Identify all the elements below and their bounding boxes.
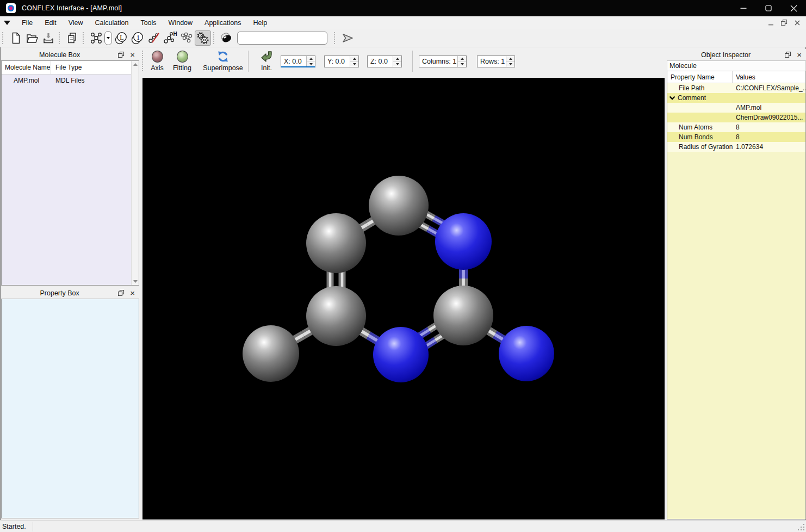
build-molecule-dropdown[interactable] [104, 31, 112, 45]
column-values[interactable]: Values [733, 71, 805, 83]
open-file-icon [26, 32, 39, 45]
rows-spinbox[interactable]: Rows: 1 [477, 55, 515, 67]
inspector-row-comment[interactable]: Comment [667, 93, 805, 103]
close-button[interactable] [781, 0, 806, 16]
clean-structure-button[interactable] [219, 30, 235, 46]
edit-molecule-icon [147, 31, 161, 45]
columns-spin-up[interactable] [458, 56, 466, 62]
svg-text:L: L [120, 34, 123, 41]
y-spinbox[interactable]: Y: 0.0 [324, 55, 359, 67]
molecule-row[interactable]: AMP.mol MDL Files [2, 75, 139, 86]
menu-calculation[interactable]: Calculation [89, 16, 135, 29]
property-box-titlebar[interactable]: Property Box × [1, 287, 139, 299]
init-button[interactable]: Init. [253, 50, 280, 72]
mdi-restore-button[interactable] [780, 18, 789, 27]
menu-help[interactable]: Help [247, 16, 273, 29]
object-inspector-titlebar[interactable]: Object Inspector × [667, 49, 806, 60]
scroll-down-icon[interactable] [133, 280, 138, 283]
toolbar-handle[interactable] [213, 32, 215, 44]
z-spinbox[interactable]: Z: 0.0 [367, 55, 402, 67]
menu-view[interactable]: View [63, 16, 89, 29]
atom-n[interactable] [435, 213, 492, 270]
maximize-button[interactable] [756, 0, 781, 16]
columns-spinbox[interactable]: Columns: 1 [419, 55, 467, 67]
columns-spin-down[interactable] [458, 62, 466, 67]
toolbar-handle[interactable] [2, 32, 4, 44]
fitting-button[interactable]: Fitting [166, 50, 198, 72]
toolbar-handle[interactable] [59, 32, 61, 44]
filter-input[interactable] [237, 32, 327, 45]
inspector-tab-molecule[interactable]: Molecule [667, 60, 806, 71]
menu-tools[interactable]: Tools [134, 16, 162, 29]
fitting-sphere-icon [177, 51, 188, 63]
build-molecule-button[interactable] [88, 30, 104, 46]
x-spinbox[interactable]: X: 0.0 [281, 55, 315, 67]
inspector-row-comment-line1[interactable]: AMP.mol [667, 103, 805, 113]
close-panel-icon[interactable]: × [797, 51, 802, 59]
copy-button[interactable] [64, 30, 80, 46]
column-property-name[interactable]: Property Name [667, 71, 733, 83]
molecule-viewport[interactable] [142, 78, 665, 519]
system-menu-icon[interactable] [4, 21, 10, 25]
toolbar-handle[interactable] [83, 32, 85, 44]
save-file-button[interactable] [40, 30, 57, 46]
label-l-button[interactable]: L [113, 30, 129, 46]
chevron-down-icon[interactable] [669, 96, 675, 100]
molecule-list-header[interactable]: Molecule Name File Type [2, 61, 139, 75]
resize-grip[interactable] [797, 523, 805, 531]
inspector-row-file-path[interactable]: File Path C:/CONFLEX/Sample_... [667, 83, 805, 93]
molecule-list-scrollbar[interactable] [131, 61, 139, 285]
menu-edit[interactable]: Edit [39, 16, 63, 29]
run-button[interactable] [339, 30, 356, 46]
inspector-header[interactable]: Property Name Values [667, 71, 805, 83]
float-panel-icon[interactable] [118, 290, 125, 296]
y-spin-up[interactable] [350, 56, 358, 62]
open-file-button[interactable] [24, 30, 40, 46]
settings-gears-button[interactable] [195, 30, 211, 46]
inspector-row-comment-line2[interactable]: ChemDraw09022015... [667, 113, 805, 122]
edit-molecule-button[interactable] [146, 30, 162, 46]
superimpose-button[interactable]: Superimpose [198, 50, 248, 72]
fitting-label: Fitting [173, 64, 191, 72]
add-hydrogen-button[interactable]: H [162, 30, 178, 46]
molecule-box-titlebar[interactable]: Molecule Box × [1, 49, 139, 60]
rows-spin-down[interactable] [506, 62, 514, 67]
molecule-3d-scene[interactable] [142, 78, 665, 519]
inspector-row-num-atoms[interactable]: Num Atoms 8 [667, 122, 805, 132]
mdi-minimize-icon [768, 20, 774, 26]
menu-file[interactable]: File [16, 16, 39, 29]
close-panel-icon[interactable]: × [130, 289, 135, 297]
float-panel-icon[interactable] [785, 52, 791, 58]
minimize-button[interactable] [731, 0, 756, 16]
inspector-row-radius-of-gyration[interactable]: Radius of Gyration 1.072634 [667, 142, 805, 152]
new-file-button[interactable] [8, 30, 24, 46]
atom-n[interactable] [499, 326, 554, 381]
z-spin-up[interactable] [393, 56, 401, 62]
atom-c[interactable] [306, 286, 366, 346]
inspector-table: Property Name Values File Path C:/CONFLE… [667, 71, 806, 519]
scroll-up-icon[interactable] [133, 63, 138, 66]
close-panel-icon[interactable]: × [130, 51, 135, 59]
column-file-type[interactable]: File Type [51, 61, 139, 74]
atom-c[interactable] [433, 286, 493, 345]
molecule-type-cell: MDL Files [51, 77, 85, 84]
toolbar-handle[interactable] [334, 32, 336, 44]
menu-applications[interactable]: Applications [199, 16, 247, 29]
menu-window[interactable]: Window [163, 16, 199, 29]
atom-c[interactable] [243, 325, 299, 382]
column-molecule-name[interactable]: Molecule Name [2, 61, 51, 74]
atom-c[interactable] [306, 213, 366, 273]
mdi-minimize-button[interactable] [767, 18, 776, 27]
mdi-close-button[interactable] [793, 18, 802, 27]
atom-c[interactable] [369, 176, 429, 236]
x-spin-up[interactable] [307, 56, 315, 61]
x-spin-down[interactable] [307, 61, 315, 66]
z-spin-down[interactable] [393, 62, 401, 67]
atom-n[interactable] [373, 327, 429, 382]
rows-spin-up[interactable] [506, 56, 514, 62]
float-panel-icon[interactable] [118, 52, 125, 58]
label-1-button[interactable]: 1 [129, 30, 146, 46]
y-spin-down[interactable] [350, 62, 358, 67]
superimpose-molecules-button[interactable] [178, 30, 195, 46]
inspector-row-num-bonds[interactable]: Num Bonds 8 [667, 132, 805, 142]
